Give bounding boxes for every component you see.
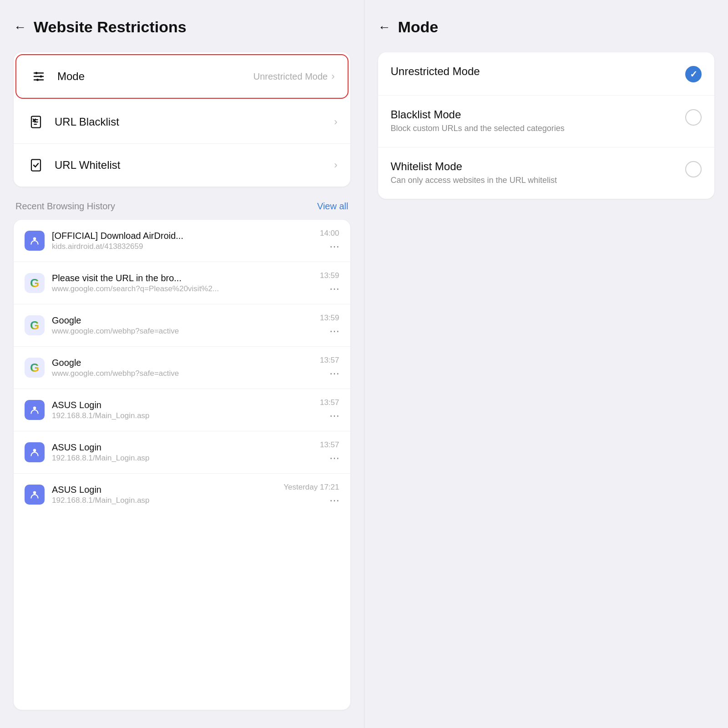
whitelist-mode-item[interactable]: Whitelist Mode Can only access websites … bbox=[378, 147, 715, 199]
url-whitelist-item[interactable]: URL Whitelist › bbox=[14, 144, 350, 187]
history-title: Google bbox=[52, 358, 314, 368]
svg-point-5 bbox=[36, 79, 39, 81]
mode-card: Unrestricted Mode Blacklist Mode Block c… bbox=[378, 52, 715, 199]
whitelist-chevron-icon: › bbox=[334, 159, 337, 171]
more-options-button[interactable]: ⋯ bbox=[329, 452, 339, 464]
unrestricted-mode-title: Unrestricted Mode bbox=[391, 65, 678, 78]
google-g-icon: G bbox=[30, 361, 39, 375]
history-item[interactable]: [OFFICIAL] Download AirDroid... kids.air… bbox=[14, 220, 350, 262]
history-content: Google www.google.com/webhp?safe=active bbox=[52, 315, 314, 336]
history-title: ASUS Login bbox=[52, 485, 278, 495]
history-title: Please visit the URL in the bro... bbox=[52, 273, 314, 283]
sliders-icon bbox=[29, 67, 48, 86]
history-content: [OFFICIAL] Download AirDroid... kids.air… bbox=[52, 231, 314, 251]
history-right: 13:57 ⋯ bbox=[320, 440, 339, 464]
blacklist-mode-content: Blacklist Mode Block custom URLs and the… bbox=[391, 108, 678, 134]
history-content: Please visit the URL in the bro... www.g… bbox=[52, 273, 314, 293]
blacklist-radio-button[interactable] bbox=[685, 109, 702, 126]
history-item[interactable]: ASUS Login 192.168.8.1/Main_Login.asp Ye… bbox=[14, 474, 350, 516]
airdroid-favicon bbox=[25, 400, 45, 420]
blacklist-icon bbox=[26, 112, 46, 131]
history-url: kids.airdroid.at/413832659 bbox=[52, 242, 314, 251]
left-header: ← Website Restrictions bbox=[14, 18, 350, 36]
history-section-header: Recent Browsing History View all bbox=[14, 201, 350, 212]
history-content: ASUS Login 192.168.8.1/Main_Login.asp bbox=[52, 400, 314, 420]
whitelist-mode-title: Whitelist Mode bbox=[391, 160, 678, 173]
back-button-left[interactable]: ← bbox=[14, 20, 26, 35]
mode-value: Unrestricted Mode bbox=[253, 71, 328, 82]
google-favicon: G bbox=[25, 315, 45, 335]
more-options-button[interactable]: ⋯ bbox=[329, 410, 339, 422]
url-blacklist-label: URL Blacklist bbox=[55, 116, 334, 128]
history-url: 192.168.8.1/Main_Login.asp bbox=[52, 454, 314, 463]
right-header: ← Mode bbox=[378, 18, 715, 36]
history-time: 13:57 bbox=[320, 440, 339, 450]
history-time: 13:57 bbox=[320, 398, 339, 407]
url-whitelist-label: URL Whitelist bbox=[55, 159, 334, 172]
blacklist-mode-title: Blacklist Mode bbox=[391, 108, 678, 121]
right-panel-title: Mode bbox=[398, 18, 439, 36]
whitelist-radio-button[interactable] bbox=[685, 161, 702, 177]
more-options-button[interactable]: ⋯ bbox=[329, 241, 339, 253]
more-options-button[interactable]: ⋯ bbox=[329, 325, 339, 337]
google-favicon: G bbox=[25, 358, 45, 378]
history-item[interactable]: G Please visit the URL in the bro... www… bbox=[14, 262, 350, 304]
history-url: www.google.com/webhp?safe=active bbox=[52, 327, 314, 336]
airdroid-favicon bbox=[25, 231, 45, 251]
history-item[interactable]: ASUS Login 192.168.8.1/Main_Login.asp 13… bbox=[14, 389, 350, 431]
history-content: ASUS Login 192.168.8.1/Main_Login.asp bbox=[52, 485, 278, 505]
svg-point-14 bbox=[33, 406, 36, 410]
history-title: ASUS Login bbox=[52, 400, 314, 410]
history-right: 13:57 ⋯ bbox=[320, 356, 339, 379]
svg-point-4 bbox=[40, 76, 42, 78]
svg-rect-12 bbox=[31, 160, 40, 171]
whitelist-icon bbox=[26, 156, 46, 175]
history-title: ASUS Login bbox=[52, 442, 314, 453]
history-item[interactable]: G Google www.google.com/webhp?safe=activ… bbox=[14, 347, 350, 389]
airdroid-favicon bbox=[25, 442, 45, 462]
view-all-link[interactable]: View all bbox=[317, 201, 349, 212]
svg-point-13 bbox=[33, 237, 36, 240]
history-content: ASUS Login 192.168.8.1/Main_Login.asp bbox=[52, 442, 314, 463]
url-blacklist-item[interactable]: URL Blacklist › bbox=[14, 101, 350, 144]
history-title: Google bbox=[52, 315, 314, 326]
left-panel-title: Website Restrictions bbox=[34, 18, 187, 36]
unrestricted-radio-button[interactable] bbox=[685, 66, 702, 82]
history-item[interactable]: ASUS Login 192.168.8.1/Main_Login.asp 13… bbox=[14, 431, 350, 474]
history-url: 192.168.8.1/Main_Login.asp bbox=[52, 411, 314, 420]
blacklist-mode-item[interactable]: Blacklist Mode Block custom URLs and the… bbox=[378, 96, 715, 147]
svg-point-16 bbox=[33, 491, 36, 494]
unrestricted-mode-item[interactable]: Unrestricted Mode bbox=[378, 52, 715, 96]
mode-label: Mode bbox=[57, 70, 253, 83]
google-g-icon: G bbox=[30, 276, 39, 290]
google-favicon: G bbox=[25, 273, 45, 293]
history-right: 14:00 ⋯ bbox=[320, 229, 339, 253]
history-time: 13:59 bbox=[320, 313, 339, 323]
history-list: [OFFICIAL] Download AirDroid... kids.air… bbox=[14, 220, 350, 710]
settings-card: Mode Unrestricted Mode › URL Blacklist › bbox=[14, 52, 350, 187]
whitelist-mode-content: Whitelist Mode Can only access websites … bbox=[391, 160, 678, 186]
history-item[interactable]: G Google www.google.com/webhp?safe=activ… bbox=[14, 304, 350, 347]
blacklist-chevron-icon: › bbox=[334, 116, 337, 128]
mode-chevron-icon: › bbox=[331, 71, 334, 82]
history-time: 13:57 bbox=[320, 356, 339, 365]
history-section-label: Recent Browsing History bbox=[15, 201, 115, 212]
more-options-button[interactable]: ⋯ bbox=[329, 368, 339, 379]
history-url: 192.168.8.1/Main_Login.asp bbox=[52, 496, 278, 505]
whitelist-mode-desc: Can only access websites in the URL whit… bbox=[391, 175, 678, 186]
left-panel: ← Website Restrictions Mode Unrestricted… bbox=[0, 0, 364, 728]
back-button-right[interactable]: ← bbox=[378, 20, 391, 35]
unrestricted-mode-content: Unrestricted Mode bbox=[391, 65, 678, 80]
svg-point-15 bbox=[33, 449, 36, 452]
right-panel: ← Mode Unrestricted Mode Blacklist Mode … bbox=[364, 0, 728, 728]
history-time: 13:59 bbox=[320, 271, 339, 280]
more-options-button[interactable]: ⋯ bbox=[329, 283, 339, 295]
history-right: 13:57 ⋯ bbox=[320, 398, 339, 422]
history-url: www.google.com/search?q=Please%20visit%2… bbox=[52, 284, 314, 293]
blacklist-mode-desc: Block custom URLs and the selected categ… bbox=[391, 123, 678, 134]
more-options-button[interactable]: ⋯ bbox=[329, 495, 339, 506]
mode-settings-item[interactable]: Mode Unrestricted Mode › bbox=[15, 54, 349, 99]
history-url: www.google.com/webhp?safe=active bbox=[52, 369, 314, 378]
history-content: Google www.google.com/webhp?safe=active bbox=[52, 358, 314, 378]
google-g-icon: G bbox=[30, 318, 39, 333]
